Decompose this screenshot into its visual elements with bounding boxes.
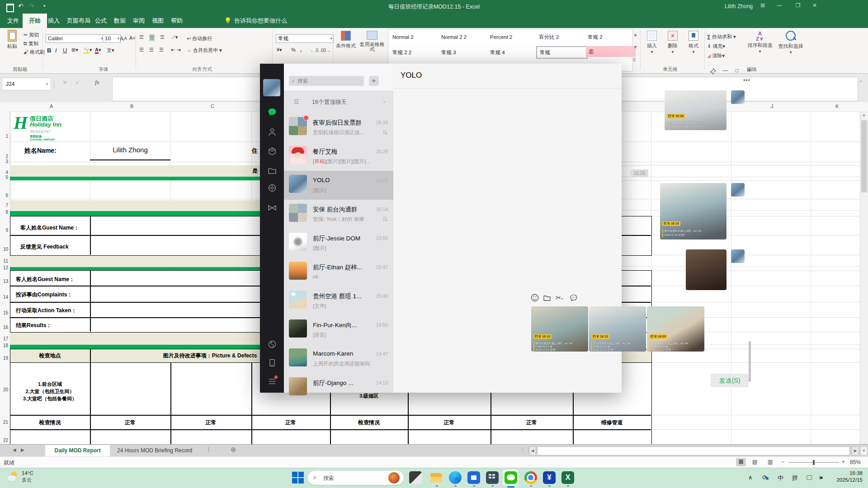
- hscroll-right-icon[interactable]: ▶: [852, 446, 859, 455]
- phonetic-icon[interactable]: 文▾: [107, 47, 114, 54]
- conditional-formatting-button[interactable]: 条件格式: [335, 31, 356, 49]
- avatar[interactable]: [263, 79, 280, 96]
- chat-item-5[interactable]: 前厅-Jessie DOM13:55 [图片]: [284, 229, 393, 258]
- fill-button[interactable]: ⬇ 填充▾: [707, 43, 725, 50]
- volume-icon[interactable]: 🕪: [819, 474, 823, 481]
- name-box[interactable]: J24▾: [2, 78, 51, 90]
- zoom-out-icon[interactable]: −: [781, 459, 784, 465]
- format-as-table-button[interactable]: 套用表格格式: [359, 31, 385, 52]
- merge-center-button[interactable]: ⇔ 合并后居中 ▾: [187, 47, 222, 54]
- format-painter-button[interactable]: 🖌 格式刷: [24, 49, 45, 56]
- styles-more-icon[interactable]: ⩸: [633, 57, 636, 63]
- emoji-icon[interactable]: [531, 294, 539, 302]
- chat-item-2[interactable]: 餐厅艾梅16:29 [草稿][图片][图片][图片]...: [284, 142, 393, 171]
- pin-icon[interactable]: [710, 68, 716, 75]
- style-percent2[interactable]: Percent 2: [487, 32, 537, 42]
- chat-history-icon[interactable]: [570, 294, 578, 302]
- percent-style-button[interactable]: %: [291, 47, 296, 52]
- input-scrollbar[interactable]: [749, 341, 751, 382]
- number-format-combo[interactable]: 常规▾: [276, 34, 334, 43]
- underline-button[interactable]: U: [63, 47, 67, 54]
- orientation-icon[interactable]: ⟋▾: [172, 34, 178, 40]
- phone-icon[interactable]: [268, 358, 277, 367]
- account-name[interactable]: Lilith Zhong: [725, 3, 753, 9]
- style-baifenbi2[interactable]: 百分比 2: [536, 32, 586, 42]
- column-header-C[interactable]: C: [211, 103, 214, 109]
- photo-message-1[interactable]: 打卡 16:18 贵州省贵阳市观山湖区...AC PA 2025.12.15 星…: [665, 90, 726, 130]
- page-break-view-icon[interactable]: ▥: [768, 459, 773, 465]
- hscroll-thumb[interactable]: [537, 446, 850, 455]
- chat-item-1[interactable]: 夜审后假日发票群16:34 贵阳机场假日酒店值...: [284, 113, 393, 142]
- delete-cells-button[interactable]: ✕ 删除▾: [664, 31, 682, 54]
- ime-language-icon[interactable]: 中: [778, 474, 783, 482]
- style-changgui4[interactable]: 常规 4: [487, 47, 537, 58]
- maximize-button[interactable]: ❐: [791, 2, 805, 9]
- column-header-J[interactable]: J: [771, 103, 774, 109]
- scroll-down-icon[interactable]: ▼: [860, 446, 868, 455]
- ribbon-display-options-icon[interactable]: ⊞: [756, 2, 769, 9]
- italic-button[interactable]: I: [55, 47, 57, 54]
- tell-me-box[interactable]: 告诉我你想要做什么: [234, 14, 287, 28]
- tab-file[interactable]: 文件: [1, 14, 25, 28]
- avatar[interactable]: [731, 183, 745, 197]
- bottom-align-icon[interactable]: ☰: [160, 34, 165, 40]
- ime-pinyin-icon[interactable]: 拼: [792, 474, 798, 482]
- sheet-tab-active[interactable]: Daily MOD Report: [45, 445, 110, 458]
- cancel-icon[interactable]: ✕: [62, 79, 67, 86]
- comma-style-button[interactable]: ,: [300, 47, 302, 52]
- file-explorer-icon[interactable]: [430, 471, 443, 484]
- formula-collapse-icon[interactable]: ⌃: [859, 80, 863, 85]
- pending-image-3[interactable]: 打卡 16:09 贵州省贵阳市观山湖区...AC PA FN商业综合体 2025…: [647, 306, 704, 352]
- font-size-combo[interactable]: 10▾: [103, 34, 121, 43]
- clock-date[interactable]: 2025/12/15: [827, 477, 863, 483]
- wc-more-icon[interactable]: •••: [741, 77, 752, 85]
- clear-button[interactable]: ◢ 清除▾: [707, 52, 725, 59]
- avatar[interactable]: [731, 90, 745, 104]
- mini-programs-icon[interactable]: [268, 340, 277, 349]
- borders-icon[interactable]: ⊞▾: [71, 47, 78, 53]
- chats-icon[interactable]: [268, 108, 277, 117]
- wc-minimize-icon[interactable]: —: [720, 67, 731, 75]
- network-icon[interactable]: 🖵: [807, 474, 812, 481]
- send-button[interactable]: 发送(S): [711, 374, 749, 387]
- sort-filter-button[interactable]: AZ▼ 排序和筛选▾: [745, 31, 775, 54]
- wrap-text-button[interactable]: ↩ 自动换行: [187, 35, 212, 42]
- weather-temp[interactable]: 14°C: [22, 470, 33, 476]
- pending-image-2[interactable]: 打卡 16:10 贵州省贵阳市观山湖区...AC PA FN商业综合体 2025…: [589, 306, 646, 352]
- shrink-font-icon[interactable]: A˅: [129, 35, 136, 41]
- photo-message-3[interactable]: [686, 249, 726, 290]
- page-layout-view-icon[interactable]: ▤: [752, 459, 757, 465]
- fill-color-icon[interactable]: 🫗▾: [83, 47, 92, 53]
- cut-button[interactable]: ✂ 剪切: [24, 32, 39, 38]
- screenshot-icon[interactable]: ✂˅: [556, 294, 564, 302]
- vertical-scrollbar[interactable]: ▲: [860, 111, 868, 444]
- edge-icon[interactable]: [449, 471, 462, 484]
- add-chat-button[interactable]: +: [369, 76, 379, 86]
- accounting-format-icon[interactable]: ¥▾: [277, 47, 282, 53]
- style-changgui22[interactable]: 常规 2 2: [390, 47, 439, 58]
- chrome-icon[interactable]: [524, 471, 537, 484]
- column-header-B[interactable]: B: [130, 103, 133, 109]
- zoom-in-icon[interactable]: +: [842, 459, 845, 465]
- wechat-taskbar-highlight[interactable]: [503, 469, 519, 486]
- bold-button[interactable]: B: [47, 47, 51, 54]
- avatar[interactable]: [731, 249, 745, 263]
- new-sheet-icon[interactable]: ⊕: [231, 446, 236, 454]
- calculator-icon[interactable]: [486, 471, 499, 484]
- task-view-icon[interactable]: [409, 471, 422, 484]
- moments-icon[interactable]: [268, 183, 277, 192]
- weather-condition[interactable]: 多云: [22, 477, 32, 483]
- autosum-button[interactable]: ∑ 自动求和 ▾: [707, 33, 736, 40]
- pending-image-1[interactable]: 打卡 16:10 贵州省贵阳市观山湖区...AC PA FN商业综合体 2025…: [531, 306, 588, 352]
- sheet-prev-icon[interactable]: ◀: [13, 447, 16, 452]
- align-left-icon[interactable]: ☰: [139, 47, 144, 53]
- find-select-button[interactable]: 查找和选择▾: [776, 31, 806, 55]
- chat-item-9[interactable]: Marcom-Karen14:47 上周开的房这周还能有吗: [284, 344, 393, 373]
- pinned-chats-header[interactable]: ☲ 16个置顶聊天 ⌄: [284, 90, 393, 113]
- chat-item-selected[interactable]: YOLO16:25 [图片]: [284, 171, 393, 200]
- contacts-icon[interactable]: [268, 127, 277, 136]
- zoom-level[interactable]: 85%: [850, 459, 861, 465]
- align-right-icon[interactable]: ☰: [159, 47, 164, 53]
- close-button[interactable]: ✕: [808, 2, 821, 9]
- normal-view-icon[interactable]: ▦: [736, 458, 746, 466]
